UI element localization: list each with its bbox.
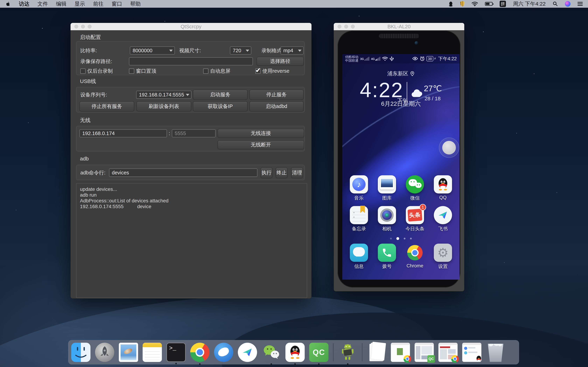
wireless-connect-button[interactable]: 无线连接 (217, 129, 304, 138)
camera-app-icon[interactable] (378, 206, 396, 224)
siri-icon[interactable] (565, 1, 571, 7)
chrome-app-icon[interactable] (406, 244, 424, 262)
app-music[interactable]: ♪ 音乐 (346, 175, 372, 201)
qq-penguin-status-icon[interactable] (449, 1, 453, 7)
app-wechat[interactable]: 微信 (402, 175, 428, 201)
adb-cmd-input[interactable]: devices (109, 168, 257, 177)
record-format-combo[interactable]: mp4 (281, 47, 304, 55)
checkbox-auto-screen-off[interactable]: 自动息屏 (203, 68, 231, 75)
dock-terminal-icon[interactable]: >_ (166, 343, 186, 362)
apple-menu-icon[interactable] (5, 1, 11, 7)
menu-item-edit[interactable]: 编辑 (56, 0, 67, 8)
checkbox-use-reverse[interactable]: ✔使用reverse (255, 68, 289, 75)
app-toutiao[interactable]: 头条1 今日头条 (402, 206, 428, 232)
dock-feishu-icon[interactable] (238, 343, 257, 362)
adb-kill-button[interactable]: 终止 (276, 167, 287, 178)
gallery-app-icon[interactable] (378, 175, 396, 193)
dock-trash-full-icon[interactable] (486, 343, 505, 362)
checkbox-window-topmost[interactable]: 窗口置顶 (129, 68, 156, 75)
checkbox-background-record[interactable]: 仅后台录制 (80, 68, 113, 75)
dialer-app-icon[interactable] (378, 244, 396, 262)
messages-app-icon[interactable] (350, 244, 368, 262)
app-chrome[interactable]: Chrome (402, 244, 428, 269)
app-notes[interactable]: 备忘录 (346, 206, 372, 232)
dock-qtcreator-icon[interactable]: QC (309, 343, 329, 362)
refresh-device-list-button[interactable]: 刷新设备列表 (137, 101, 191, 111)
checkbox-box[interactable] (203, 68, 208, 74)
input-method-icon[interactable]: 拼 (500, 1, 506, 7)
dock-finder-icon[interactable] (71, 343, 90, 362)
checkbox-box[interactable] (80, 68, 86, 74)
menu-bar-clock[interactable]: 周六 下午4:22 (513, 0, 546, 8)
start-service-button[interactable]: 启动服务 (193, 90, 248, 100)
dock-blue-seal-app-icon[interactable] (214, 343, 233, 362)
dock-wechat-icon[interactable] (262, 343, 281, 362)
menu-item-help[interactable]: 帮助 (130, 0, 141, 8)
dock-notes-icon[interactable] (143, 343, 162, 362)
record-path-input[interactable] (129, 57, 253, 65)
wifi-status-icon[interactable] (472, 1, 478, 6)
memo-app-icon[interactable] (350, 206, 368, 224)
menu-item-go[interactable]: 前往 (93, 0, 104, 8)
qq-app-icon[interactable] (434, 175, 452, 193)
bitrate-combo[interactable]: 8000000 (130, 47, 175, 55)
dock-mail-icon[interactable] (119, 343, 138, 362)
app-qq[interactable]: QQ (430, 175, 456, 201)
minimized-window-document[interactable] (391, 343, 410, 362)
minimized-window-webpage[interactable] (438, 343, 458, 362)
choose-path-button[interactable]: 选择路径 (257, 57, 304, 66)
menu-item-file[interactable]: 文件 (37, 0, 48, 8)
qtscrcpy-titlebar[interactable]: QtScrcpy (70, 23, 311, 30)
toutiao-app-icon[interactable]: 头条1 (406, 206, 424, 224)
stop-service-button[interactable]: 停止服务 (249, 90, 304, 100)
stop-all-services-button[interactable]: 停止所有服务 (79, 101, 134, 111)
dock-chrome-icon[interactable] (190, 343, 209, 362)
adb-clear-button[interactable]: 清理 (291, 167, 303, 178)
clock-widget-time[interactable]: 4:22 (360, 78, 404, 102)
page-dot[interactable] (390, 238, 392, 239)
notification-center-icon[interactable] (578, 1, 583, 7)
checkbox-box-checked[interactable]: ✔ (255, 68, 260, 74)
video-size-combo[interactable]: 720 (230, 47, 251, 55)
wireless-ip-input[interactable]: 192.168.0.174 (79, 129, 167, 137)
assistive-ball[interactable] (439, 138, 459, 158)
page-dot-active[interactable] (396, 237, 399, 240)
wechat-app-icon[interactable] (406, 175, 424, 193)
app-settings[interactable]: ⚙ 设置 (430, 244, 456, 269)
phone-titlebar[interactable]: BKL-AL20 (334, 23, 464, 30)
music-app-icon[interactable]: ♪ (350, 175, 368, 193)
phone-screen[interactable]: 优酷移动 中国联通 3G 4G (342, 54, 459, 280)
wireless-port-input[interactable]: 5555 (172, 129, 216, 137)
dock-launchpad-icon[interactable] (95, 343, 114, 362)
serial-combo[interactable]: 192.168.0.174:5555 (136, 91, 191, 99)
get-device-ip-button[interactable]: 获取设备IP (193, 101, 248, 111)
battery-status-icon[interactable] (485, 2, 493, 6)
page-dot[interactable] (410, 238, 412, 239)
start-adbd-button[interactable]: 启动adbd (249, 101, 304, 111)
app-dialer[interactable]: 拨号 (374, 244, 400, 269)
menu-item-window[interactable]: 窗口 (112, 0, 122, 8)
minimized-window-qtcreator[interactable]: QC (415, 343, 434, 362)
section-label-wireless: 无线 (80, 117, 90, 124)
minimized-window-qq-chat[interactable] (462, 343, 481, 362)
checkbox-box[interactable] (129, 68, 134, 74)
page-dot[interactable] (404, 238, 406, 239)
settings-app-icon[interactable]: ⚙ (434, 244, 452, 262)
shield-status-icon[interactable] (460, 1, 465, 7)
adb-run-button[interactable]: 执行 (260, 167, 272, 178)
page-indicator[interactable] (342, 237, 459, 240)
feishu-app-icon[interactable] (434, 206, 452, 224)
dock-android-robot-icon[interactable] (338, 343, 357, 362)
spotlight-search-icon[interactable] (553, 1, 558, 7)
app-feishu[interactable]: 飞书 (430, 206, 456, 232)
app-camera[interactable]: 相机 (374, 206, 400, 232)
location-row[interactable]: 浦东新区 (342, 70, 459, 77)
menu-item-finder[interactable]: 访达 (19, 0, 29, 8)
log-output-area[interactable]: update devices... adb run AdbProcess::ou… (76, 183, 307, 298)
menu-item-view[interactable]: 显示 (75, 0, 85, 8)
app-messages[interactable]: 信息 (346, 244, 372, 269)
dock-document-stack[interactable] (367, 343, 386, 362)
app-gallery[interactable]: 图库 (374, 175, 400, 201)
dock-qq-icon[interactable] (285, 343, 305, 362)
wireless-disconnect-button[interactable]: 无线断开 (217, 140, 304, 150)
